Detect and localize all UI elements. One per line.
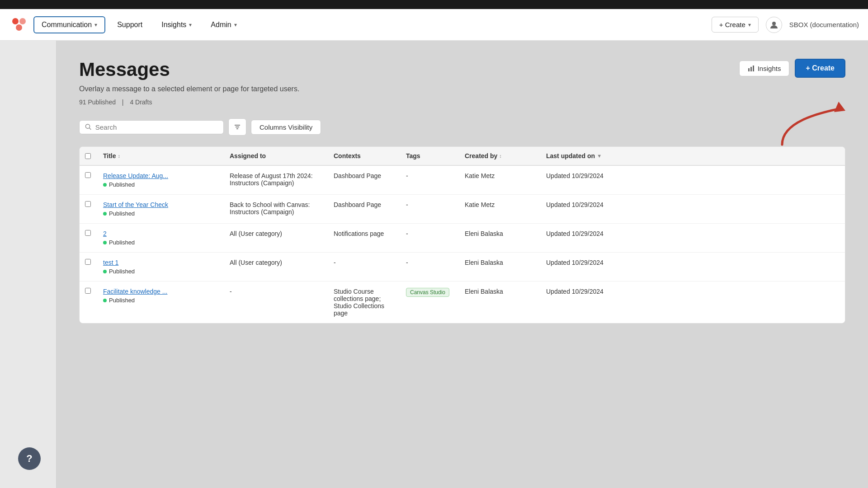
search-icon [85, 123, 92, 131]
row2-status: Published [103, 210, 219, 217]
communication-label: Communication [42, 21, 92, 29]
th-tags: Tags [401, 152, 459, 160]
row1-title-link[interactable]: Release Update: Aug... [103, 172, 168, 179]
communication-chevron: ▾ [94, 22, 97, 28]
row4-last-updated: Updated 10/29/2024 [541, 259, 640, 266]
content-area: Messages Overlay a message to a selected… [57, 41, 868, 488]
main-container: Messages Overlay a message to a selected… [0, 41, 868, 488]
svg-point-1 [19, 18, 26, 24]
row2-last-updated: Updated 10/29/2024 [541, 201, 640, 208]
table-row: Facilitate knowledge ... Published - Stu… [80, 282, 845, 323]
row5-assigned-to: - [224, 288, 328, 295]
th-last-updated[interactable]: Last updated on ▼ [541, 152, 640, 160]
create-main-label: + Create [806, 64, 835, 72]
row2-contexts: Dashboard Page [328, 201, 401, 208]
row5-select[interactable] [85, 288, 91, 294]
row4-title-link[interactable]: test 1 [103, 259, 118, 266]
create-nav-button[interactable]: + Create ▾ [712, 17, 759, 33]
sidebar [0, 41, 57, 488]
th-assigned-to: Assigned to [224, 152, 328, 160]
svg-point-0 [12, 18, 19, 24]
row4-assigned-to: All (User category) [224, 259, 328, 266]
row5-contexts: Studio Course collections page; Studio C… [328, 288, 401, 317]
row5-tags: Canvas Studio [401, 288, 459, 297]
row2-select[interactable] [85, 201, 91, 207]
filter-button[interactable] [228, 118, 246, 136]
columns-visibility-label: Columns Visibility [259, 123, 312, 131]
insights-btn-label: Insights [758, 65, 781, 72]
row1-status-dot [103, 183, 107, 187]
communication-nav-btn[interactable]: Communication ▾ [33, 16, 105, 33]
table-row: Release Update: Aug... Published Release… [80, 166, 845, 195]
row4-select[interactable] [85, 259, 91, 265]
row1-title: Release Update: Aug... Published [98, 172, 224, 188]
th-checkbox [80, 152, 98, 160]
admin-chevron: ▾ [234, 22, 237, 28]
support-nav-btn[interactable]: Support [110, 17, 150, 33]
row3-title-link[interactable]: 2 [103, 230, 107, 237]
table-row: Start of the Year Check Published Back t… [80, 195, 845, 224]
row4-tags: - [401, 259, 459, 266]
row1-status: Published [103, 181, 219, 188]
canvas-studio-tag: Canvas Studio [406, 288, 449, 297]
create-main-button[interactable]: + Create [795, 59, 845, 78]
page-description: Overlay a message to a selected element … [79, 85, 845, 93]
row3-status-dot [103, 241, 107, 244]
row3-last-updated: Updated 10/29/2024 [541, 230, 640, 237]
th-created-by[interactable]: Created by ↕ [459, 152, 541, 160]
row4-status: Published [103, 268, 219, 275]
row5-last-updated: Updated 10/29/2024 [541, 288, 640, 295]
top-right-area: Insights + Create [739, 59, 845, 78]
last-updated-sort-icon: ▼ [597, 153, 602, 159]
stat-divider: | [122, 99, 124, 106]
table-header: Title ↕ Assigned to Contexts Tags Create… [80, 147, 845, 166]
row5-title: Facilitate knowledge ... Published [98, 288, 224, 304]
draft-count: 4 Drafts [130, 99, 152, 106]
row5-title-link[interactable]: Facilitate knowledge ... [103, 288, 167, 295]
published-count: 91 Published [79, 99, 116, 106]
row5-created-by: Eleni Balaska [459, 288, 541, 295]
svg-point-2 [16, 24, 22, 31]
row1-created-by: Katie Metz [459, 172, 541, 179]
insights-chevron: ▾ [189, 22, 192, 28]
row2-assigned-to: Back to School with Canvas: Instructors … [224, 201, 328, 216]
filter-icon [234, 123, 241, 131]
select-all-checkbox[interactable] [85, 153, 91, 159]
create-nav-chevron: ▾ [748, 22, 751, 28]
row3-tags: - [401, 230, 459, 237]
th-title[interactable]: Title ↕ [98, 152, 224, 160]
table-row: test 1 Published All (User category) - -… [80, 253, 845, 282]
row5-status: Published [103, 297, 219, 304]
row4-title: test 1 Published [98, 259, 224, 275]
row1-tags: - [401, 172, 459, 179]
row1-contexts: Dashboard Page [328, 172, 401, 179]
search-input[interactable] [95, 123, 218, 131]
row2-title-link[interactable]: Start of the Year Check [103, 201, 168, 208]
org-name: SBOX (documentation) [789, 21, 859, 28]
insights-nav-btn[interactable]: Insights ▾ [154, 17, 199, 33]
columns-visibility-button[interactable]: Columns Visibility [251, 120, 321, 135]
row1-select[interactable] [85, 172, 91, 178]
created-by-sort-icon: ↕ [499, 153, 502, 159]
svg-rect-4 [748, 68, 750, 71]
row5-status-dot [103, 299, 107, 302]
row3-contexts: Notifications page [328, 230, 401, 237]
user-avatar[interactable] [766, 17, 782, 33]
row4-created-by: Eleni Balaska [459, 259, 541, 266]
title-sort-icon: ↕ [118, 153, 121, 159]
table-row: 2 Published All (User category) Notifica… [80, 224, 845, 253]
admin-nav-btn[interactable]: Admin ▾ [203, 17, 244, 33]
svg-rect-6 [753, 66, 754, 71]
row2-tags: - [401, 201, 459, 208]
row3-select[interactable] [85, 230, 91, 236]
row2-status-dot [103, 212, 107, 216]
create-nav-label: + Create [719, 21, 745, 28]
svg-point-3 [772, 22, 776, 25]
support-label: Support [117, 21, 142, 29]
row3-created-by: Eleni Balaska [459, 230, 541, 237]
admin-label: Admin [211, 21, 231, 29]
insights-button[interactable]: Insights [739, 61, 790, 76]
row5-checkbox [80, 288, 98, 295]
row1-last-updated: Updated 10/29/2024 [541, 172, 640, 179]
logo [9, 15, 29, 35]
